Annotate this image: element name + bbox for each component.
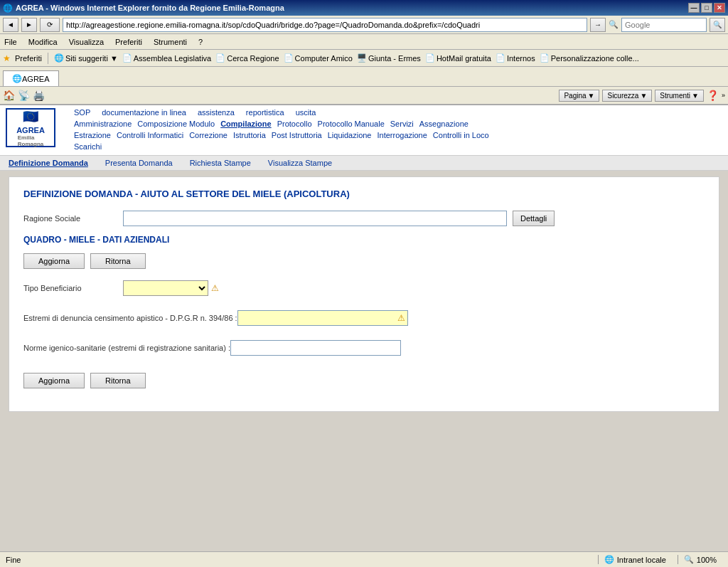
status-bar: Fine 🌐 Intranet locale 🔍 100% bbox=[0, 551, 728, 567]
address-input[interactable] bbox=[63, 18, 587, 32]
go-button[interactable]: → bbox=[590, 18, 606, 32]
title-bar: 🌐 AGREA - Windows Internet Explorer forn… bbox=[0, 0, 728, 16]
ie-icon: 🌐 bbox=[3, 4, 13, 13]
btn-row-top: Aggiorna Ritorna bbox=[23, 253, 705, 269]
menu-correzione[interactable]: Correzione bbox=[189, 131, 228, 139]
top-link-reportistica[interactable]: reportistica bbox=[246, 108, 284, 117]
minimize-button[interactable]: — bbox=[688, 3, 700, 13]
search-button[interactable]: 🔍 bbox=[710, 18, 725, 32]
strumenti-arrow: ▼ bbox=[692, 92, 699, 100]
feed-icon[interactable]: 📡 bbox=[18, 90, 30, 101]
address-bar: ◄ ► ⟳ → 🔍 🔍 bbox=[0, 16, 728, 34]
top-link-uscita[interactable]: uscita bbox=[296, 108, 316, 117]
menu-protocollo[interactable]: Protocollo bbox=[277, 120, 312, 128]
menu-visualizza[interactable]: Visualizza bbox=[69, 38, 104, 46]
menu-strumenti[interactable]: Strumenti bbox=[154, 38, 187, 46]
fav-siti-suggeriti[interactable]: 🌐 Siti suggeriti ▼ bbox=[54, 53, 118, 63]
nav-richiesta-stampe[interactable]: Richiesta Stampe bbox=[190, 159, 251, 167]
back-button[interactable]: ◄ bbox=[3, 18, 18, 32]
ragione-sociale-row: Ragione Sociale Dettagli bbox=[23, 211, 705, 226]
nav-visualizza-stampe[interactable]: Visualizza Stampe bbox=[268, 159, 332, 167]
forward-button[interactable]: ► bbox=[21, 18, 37, 32]
maximize-button[interactable]: □ bbox=[701, 3, 712, 13]
ritorna-button-bottom[interactable]: Ritorna bbox=[90, 373, 145, 388]
tipo-beneficiario-label: Tipo Beneficiario bbox=[23, 284, 123, 292]
nav-definizione-domanda[interactable]: Definizione Domanda bbox=[9, 159, 88, 167]
ie-toolbar: 🏠 📡 🖨️ Pagina ▼ Sicurezza ▼ Strumenti ▼ … bbox=[0, 87, 728, 105]
page-title: DEFINIZIONE DOMANDA - AIUTO AL SETTORE D… bbox=[23, 189, 705, 199]
page-icon-2: 📄 bbox=[215, 53, 225, 63]
menu-protocollo-manuale[interactable]: Protocollo Manuale bbox=[318, 120, 385, 128]
agrea-logo-region: EmiliaRomagna bbox=[18, 134, 43, 147]
pagina-button[interactable]: Pagina ▼ bbox=[559, 90, 599, 102]
fav-cerca-regione[interactable]: 📄 Cerca Regione bbox=[215, 53, 279, 63]
menu-row-2: Estrazione Controlli Informatici Correzi… bbox=[74, 131, 722, 139]
agrea-top-menu: SOP documentazione in linea assistenza r… bbox=[74, 108, 722, 152]
menu-post-istruttoria[interactable]: Post Istruttoria bbox=[272, 131, 322, 139]
eu-flag-icon: 🇪🇺 bbox=[23, 109, 38, 124]
strumenti-button[interactable]: Strumenti ▼ bbox=[655, 90, 704, 102]
page-icon-5: 📄 bbox=[425, 53, 435, 63]
agrea-main-menu: Amministrazione Composizione Modulo Comp… bbox=[74, 120, 722, 152]
dettagli-button[interactable]: Dettagli bbox=[513, 211, 555, 226]
fav-computer-amico[interactable]: 📄 Computer Amico bbox=[284, 53, 353, 63]
menu-estrazione[interactable]: Estrazione bbox=[74, 131, 111, 139]
expand-icon[interactable]: » bbox=[722, 92, 725, 99]
menu-istruttoria[interactable]: Istruttoria bbox=[233, 131, 266, 139]
agrea-logo-text: AGREA bbox=[16, 126, 45, 134]
menu-amministrazione[interactable]: Amministrazione bbox=[74, 120, 132, 128]
menu-assegnazione[interactable]: Assegnazione bbox=[419, 120, 469, 128]
menu-liquidazione[interactable]: Liquidazione bbox=[328, 131, 372, 139]
home-icon[interactable]: 🏠 bbox=[3, 90, 15, 101]
print-icon[interactable]: 🖨️ bbox=[33, 90, 45, 101]
intranet-icon: 🌐 bbox=[604, 555, 614, 564]
fav-personalizzazione[interactable]: 📄 Personalizzazione colle... bbox=[540, 53, 639, 63]
fav-hotmail[interactable]: 📄 HotMail gratuita bbox=[425, 53, 491, 63]
window-title: AGREA - Windows Internet Explorer fornit… bbox=[16, 4, 284, 12]
fav-giunta[interactable]: 🖥️ Giunta - Ermes bbox=[357, 53, 421, 63]
pagina-arrow: ▼ bbox=[588, 92, 595, 100]
tipo-beneficiario-container: ⚠ bbox=[123, 280, 219, 296]
section-title: QUADRO - MIELE - DATI AZIENDALI bbox=[23, 235, 705, 245]
norme-input[interactable] bbox=[230, 340, 401, 356]
favorites-label[interactable]: Preferiti bbox=[15, 54, 42, 63]
tipo-beneficiario-select[interactable] bbox=[123, 280, 208, 296]
menu-controlli-loco[interactable]: Controlli in Loco bbox=[433, 131, 489, 139]
agrea-logo: 🇪🇺 AGREA EmiliaRomagna bbox=[6, 108, 63, 147]
menu-scarichi[interactable]: Scarichi bbox=[74, 142, 102, 151]
agrea-top-links: SOP documentazione in linea assistenza r… bbox=[74, 108, 722, 117]
refresh-button[interactable]: ⟳ bbox=[40, 18, 60, 32]
close-button[interactable]: ✕ bbox=[714, 3, 725, 13]
aggiorna-button-bottom[interactable]: Aggiorna bbox=[23, 373, 85, 388]
nav-presenta-domanda[interactable]: Presenta Domanda bbox=[105, 159, 173, 167]
menu-servizi[interactable]: Servizi bbox=[390, 120, 414, 128]
top-link-assistenza[interactable]: assistenza bbox=[198, 108, 235, 117]
top-link-sop[interactable]: SOP bbox=[74, 108, 90, 117]
ragione-sociale-input[interactable] bbox=[123, 211, 507, 226]
toolbar-nav-icons: 🏠 📡 🖨️ bbox=[3, 90, 556, 101]
menu-modifica[interactable]: Modifica bbox=[28, 38, 58, 46]
estremi-input[interactable] bbox=[237, 310, 408, 326]
estremi-warning-icon: ⚠ bbox=[397, 313, 405, 323]
menu-file[interactable]: File bbox=[4, 38, 17, 46]
menu-bar: File Modifica Visualizza Preferiti Strum… bbox=[0, 34, 728, 50]
menu-composizione[interactable]: Composizione Modulo bbox=[137, 120, 215, 128]
help-icon[interactable]: ❓ bbox=[707, 90, 719, 101]
fav-assemblea[interactable]: 📄 Assemblea Legislativa bbox=[122, 53, 211, 63]
menu-preferiti[interactable]: Preferiti bbox=[115, 38, 142, 46]
estremi-row: Estremi di denuncia censimento apistico … bbox=[23, 310, 705, 326]
norme-label: Norme igenico-sanitarie (estremi di regi… bbox=[23, 344, 230, 352]
menu-help[interactable]: ? bbox=[198, 38, 203, 46]
intranet-status: 🌐 Intranet locale bbox=[598, 555, 672, 564]
top-link-doc[interactable]: documentazione in linea bbox=[102, 108, 186, 117]
search-input[interactable] bbox=[621, 18, 707, 32]
ritorna-button-top[interactable]: Ritorna bbox=[90, 253, 145, 269]
menu-controlli-informatici[interactable]: Controlli Informatici bbox=[117, 131, 183, 139]
tab-agrea[interactable]: 🌐 AGREA bbox=[3, 70, 59, 86]
aggiorna-button-top[interactable]: Aggiorna bbox=[23, 253, 85, 269]
menu-interrogazione[interactable]: Interrogazione bbox=[378, 131, 427, 139]
sicurezza-button[interactable]: Sicurezza ▼ bbox=[602, 90, 652, 102]
ragione-sociale-label: Ragione Sociale bbox=[23, 214, 123, 223]
menu-compilazione[interactable]: Compilazione bbox=[220, 120, 272, 128]
fav-internos[interactable]: 📄 Internos bbox=[496, 53, 535, 63]
